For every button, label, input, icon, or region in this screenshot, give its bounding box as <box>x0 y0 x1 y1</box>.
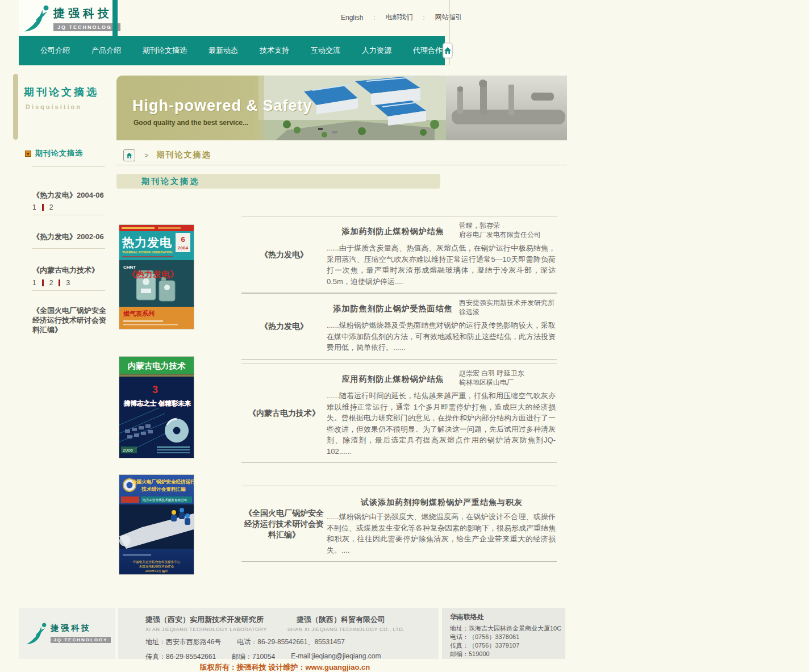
article-group-3: 《全国火电厂锅炉安全经济运行技术研讨会资料汇编》 试谈添加药剂抑制煤粉锅炉严重结… <box>241 486 557 562</box>
footer-south-office: 华南联络处 地址：珠海吉大园林路金景商业大厦10C 电话：（0756）33780… <box>442 608 565 659</box>
nav-item-agency[interactable]: 代理合作 <box>413 45 443 56</box>
breadcrumb-home-button[interactable] <box>123 149 135 161</box>
copyright-text: 版权所有：接强科技 设计维护： <box>200 663 306 671</box>
article-authors: 赵崇宏 白羽 呼延卫东 榆林地区横山电厂 <box>459 366 557 387</box>
nav-item-hr[interactable]: 人力资源 <box>362 45 391 56</box>
brand-name-en: JQ TECHNOLOGY <box>53 23 120 31</box>
cover-masthead: 内蒙古电力技术 <box>128 361 186 370</box>
page-separator <box>42 204 44 211</box>
article-row: 《热力发电》 添加防焦剂防止锅炉受热面结焦 西安捷强实用新技术开发研究所 徐远浚… <box>241 293 557 360</box>
nav-item-news[interactable]: 最新动态 <box>208 45 238 56</box>
article-journal: 《全国火电厂锅炉安全经济运行技术研讨会资料汇编》 <box>241 486 327 561</box>
sidebar-subtitle: Disquisition <box>26 103 82 110</box>
footer-company2-cn: 捷强（陕西）科贸有限公司 <box>297 615 385 625</box>
footer-company2-en: SHAN XI JIEQIANG TECHNOLOGY CO., LTD. <box>287 627 405 632</box>
brand-swoosh-icon <box>23 621 48 646</box>
page-link[interactable]: 3 <box>66 279 70 287</box>
page-separator <box>42 279 44 286</box>
south-office-address: 地址：珠海吉大园林路金景商业大厦10C <box>450 624 565 633</box>
nav-home-button[interactable] <box>443 43 453 59</box>
footer-email[interactable]: E-mail:jieqiang@jieqiang.com <box>291 652 381 662</box>
banner-headline: High-powered & Safety <box>132 97 312 115</box>
sidebar-divider <box>32 248 105 249</box>
sidebar-divider <box>32 215 105 215</box>
breadcrumb-separator: > <box>144 151 149 160</box>
journal-cover-rlfd: 热力发电 6 2004 THERMAL POWER GENERATION CHN… <box>119 224 194 329</box>
journal-cover-nmgdljs: 内蒙古电力技术 3 携博志之士 创精彩未来 2006 <box>119 356 194 458</box>
south-office-title: 华南联络处 <box>450 612 565 622</box>
page-link[interactable]: 2 <box>49 203 53 211</box>
south-office-fax: 传真：（0756）3379107 <box>450 641 565 650</box>
breadcrumb-rule <box>116 165 567 165</box>
footer-address: 地址：西安市西影路46号 <box>145 637 221 647</box>
article-abstract: ......煤粉锅炉燃烧器及受热面结焦对锅炉的运行及传热影响较大，采取在煤中添加… <box>327 320 557 353</box>
sidebar-pagination: 1 2 3 <box>32 279 70 287</box>
copyright-url[interactable]: www.guangjiao.cn <box>305 663 370 671</box>
link-separator: : <box>373 14 375 21</box>
brand-name-cn: 捷强科技 <box>51 623 110 633</box>
brand-swoosh-icon <box>20 3 51 34</box>
article-journal: 《热力发电》 <box>241 216 327 293</box>
cover-year: 2006 <box>123 448 133 453</box>
utility-links: English : 电邮我们 : 网站指引 <box>341 12 462 22</box>
cover-strip-text: 电力工业专线技术服务有限公司 <box>143 498 187 502</box>
nav-item-papers[interactable]: 期刊论文摘选 <box>143 45 187 56</box>
sidebar-entry-rlfd-2004[interactable]: 《热力发电》2004-06 <box>32 190 107 200</box>
footer-company1-cn: 捷强（西安）实用新技术开发研究所 <box>145 615 264 625</box>
sidebar-divider <box>32 166 105 167</box>
link-email-us[interactable]: 电邮我们 <box>385 12 412 22</box>
sidebar-item-papers[interactable]: 期刊论文摘选 <box>25 148 83 158</box>
article-title: 添加防焦剂防止锅炉受热面结焦 <box>327 296 459 316</box>
page-link[interactable]: 2 <box>49 279 53 287</box>
copyright-line: 版权所有：接强科技 设计维护：www.guangjiao.cn <box>116 662 453 672</box>
sidebar-entry-rlfd-2002[interactable]: 《热力发电》2002-06 <box>32 232 107 241</box>
cover-issue: 6 <box>181 235 185 244</box>
breadcrumb-current: 期刊论文摘选 <box>157 150 211 160</box>
nav-item-support[interactable]: 技术支持 <box>260 45 289 56</box>
brand-name-en: JQ TECHNOLOGY <box>51 637 110 643</box>
article-group-1: 《热力发电》 添加药剂防止煤粉锅炉结焦 菅耀，郭存荣 府谷电厂发电有限责任公司 … <box>241 216 557 360</box>
article-abstract: ......由于煤质含炭量高、热值高、灰熔点低，在锅炉运行中极易结焦，采用蒸汽、… <box>327 243 557 287</box>
section-title: 期刊论文摘选 <box>116 174 440 189</box>
hero-banner: High-powered & Safety Good quality and t… <box>116 76 567 140</box>
nav-item-company[interactable]: 公司介绍 <box>40 45 70 56</box>
banner-subline: Good quality and the best service... <box>134 119 248 127</box>
link-english[interactable]: English <box>341 14 363 22</box>
article-group-2: 《内蒙古电力技术》 应用药剂防止煤粉锅炉结焦 赵崇宏 白羽 呼延卫东 榆林地区横… <box>241 364 557 463</box>
footer-zip: 邮编：710054 <box>232 652 275 662</box>
page-separator <box>59 279 60 286</box>
article-row: 《内蒙古电力技术》 应用药剂防止煤粉锅炉结焦 赵崇宏 白羽 呼延卫东 榆林地区横… <box>241 364 557 463</box>
cover-footer-line1: 中国电力企业联合会科技服务中心 <box>133 560 181 564</box>
cover-title-line1: 全国火电厂锅炉安全经济运行 <box>131 479 194 485</box>
cover-year: 2004 <box>178 245 188 251</box>
section-header: 期刊论文摘选 <box>116 174 440 189</box>
page-link[interactable]: 1 <box>32 203 36 211</box>
sidebar-entry-huibian[interactable]: 《全国火电厂锅炉安全经济运行技术研讨会资料汇编》 <box>32 306 107 335</box>
article-authors: 菅耀，郭存荣 府谷电厂发电有限责任公司 <box>459 219 557 239</box>
breadcrumb: > 期刊论文摘选 <box>116 147 567 164</box>
article-title: 试谈添加药剂抑制煤粉锅炉严重结焦与积灰 <box>327 489 557 508</box>
article-abstract: ......煤粉锅炉由于热强度大、燃烧温度高，在锅炉设计不合理、或操作不到位、或… <box>327 511 557 556</box>
article-title: 应用药剂防止煤粉锅炉结焦 <box>327 366 459 387</box>
sidebar-divider <box>32 290 105 291</box>
article-abstract: ......随着运行时间的延长，结焦越来越严重，打焦和用压缩空气吹灰亦难以维持正… <box>327 390 557 457</box>
article-journal: 《热力发电》 <box>241 294 327 359</box>
link-sitemap[interactable]: 网站指引 <box>435 12 462 22</box>
cover-masthead: 热力发电 <box>122 236 172 249</box>
home-icon <box>443 46 452 55</box>
page-link[interactable]: 1 <box>32 279 36 287</box>
sidebar-entry-nmgdljs[interactable]: 《内蒙古电力技术》 <box>32 265 107 275</box>
article-row: 《全国火电厂锅炉安全经济运行技术研讨会资料汇编》 试谈添加药剂抑制煤粉锅炉严重结… <box>241 486 557 562</box>
nav-item-interaction[interactable]: 互动交流 <box>311 45 340 56</box>
nav-item-products[interactable]: 产品介绍 <box>91 45 121 56</box>
footer-company1-en: XI AN JIEQIANG TECHNOLOGY LABORATORY <box>145 627 267 632</box>
home-icon <box>126 152 133 159</box>
link-separator: : <box>423 14 424 21</box>
brand-name-cn: 捷强科技 <box>53 6 120 21</box>
cover-title-line2: 技术研讨会资料汇编 <box>141 486 186 492</box>
brand-logo[interactable]: 捷强科技 JQ TECHNOLOGY <box>20 3 120 34</box>
cover-footer-line3: 2000年12月 编印 <box>145 569 168 573</box>
page: 捷强科技 JQ TECHNOLOGY English : 电邮我们 : 网站指引… <box>0 0 809 672</box>
cover-masthead-en: THERMAL POWER GENERATION <box>122 251 172 254</box>
bullet-icon <box>25 151 31 157</box>
